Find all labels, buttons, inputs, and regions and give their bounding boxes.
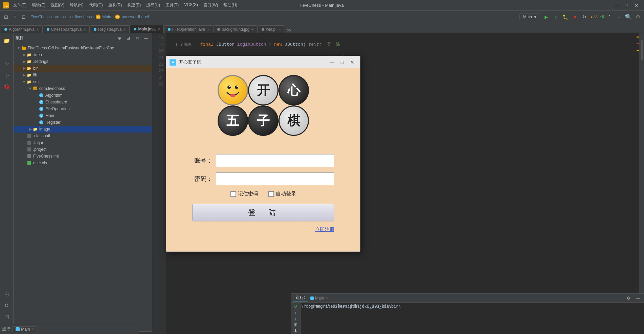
run-tab-close[interactable]: ✕ bbox=[31, 327, 34, 331]
tab-close-icon[interactable]: ✕ bbox=[83, 28, 86, 31]
breadcrumb-src[interactable]: src bbox=[54, 15, 59, 19]
tab-win[interactable]: win.p ✕ bbox=[258, 25, 285, 33]
tree-main[interactable]: C Main bbox=[14, 112, 152, 119]
popup-maximize-button[interactable]: □ bbox=[338, 59, 347, 66]
login-button[interactable]: 登 陆 bbox=[192, 204, 334, 221]
popup-close-button[interactable]: ✕ bbox=[348, 59, 357, 66]
tree-iml[interactable]: FiveChess.iml bbox=[14, 153, 152, 160]
tree-root[interactable]: ▼ FiveChess C:\Users\Eastward\Desktop\Fi… bbox=[14, 45, 152, 51]
tab-close-icon[interactable]: ✕ bbox=[279, 28, 281, 31]
breadcrumb-com[interactable]: com bbox=[63, 15, 71, 19]
scrollbar-thumb[interactable] bbox=[641, 40, 643, 60]
tree-project-file[interactable]: .project bbox=[14, 146, 152, 153]
menu-view[interactable]: 视图(V) bbox=[48, 1, 67, 9]
tab-algorithm[interactable]: Algorithm.java ✕ bbox=[1, 25, 43, 33]
warning-count[interactable]: ▲83 bbox=[590, 15, 598, 19]
breadcrumb-fivechess2[interactable]: fivechess bbox=[75, 15, 92, 19]
console-close-icon[interactable]: — bbox=[634, 294, 642, 302]
menu-window[interactable]: 窗口(W) bbox=[201, 1, 220, 9]
todo-btn[interactable]: ☑ bbox=[1, 312, 12, 323]
structure-icon[interactable]: ≡ bbox=[11, 13, 19, 21]
tree-bin[interactable]: ▶ 📂 bin bbox=[14, 65, 152, 72]
menu-build[interactable]: 构建(B) bbox=[125, 1, 143, 9]
tree-image[interactable]: ▶ 📁 image bbox=[14, 126, 152, 133]
tab-chessboard[interactable]: Chessboard.java ✕ bbox=[43, 25, 90, 33]
tab-close-icon[interactable]: ✕ bbox=[251, 28, 254, 31]
tree-com-fivechess[interactable]: ▼ com.fivechess bbox=[14, 85, 152, 92]
run-btn[interactable]: ▷ bbox=[1, 70, 12, 80]
tab-fileoperation[interactable]: FileOperation.java ✕ bbox=[164, 25, 213, 33]
tree-lib[interactable]: ▶ 📁 lib bbox=[14, 72, 152, 78]
tab-close-icon[interactable]: ✕ bbox=[36, 28, 39, 31]
project-view-icon[interactable]: ⊞ bbox=[2, 13, 10, 21]
settings-icon[interactable]: ⚙ bbox=[634, 13, 642, 21]
tab-close-icon[interactable]: ✕ bbox=[123, 28, 126, 31]
vertical-scrollbar[interactable] bbox=[639, 33, 644, 334]
tab-main[interactable]: Main.java ✕ bbox=[130, 25, 163, 33]
rerun-icon[interactable]: ↺ bbox=[292, 304, 300, 309]
tab-background[interactable]: background.jpg ✕ bbox=[214, 25, 258, 33]
run-config-dropdown[interactable]: Main ▼ bbox=[519, 14, 541, 20]
popup-minimize-button[interactable]: — bbox=[328, 59, 336, 66]
remember-checkbox[interactable] bbox=[230, 191, 236, 197]
menu-vcs[interactable]: VCS(S) bbox=[182, 1, 200, 9]
tree-idea[interactable]: ▶ 📁 .idea bbox=[14, 51, 152, 58]
tree-classpath[interactable]: .classpath bbox=[14, 133, 152, 139]
settings-gear-icon[interactable]: ⚙ bbox=[133, 34, 141, 42]
back-icon[interactable]: ← bbox=[510, 13, 518, 21]
structure-btn[interactable]: ≡ bbox=[1, 47, 12, 57]
scroll-up-icon[interactable]: ↑ bbox=[292, 310, 300, 315]
tab-close-icon[interactable]: ✕ bbox=[207, 28, 209, 31]
tree-chessboard[interactable]: C Chessboard bbox=[14, 99, 152, 105]
refresh-icon[interactable]: ↻ bbox=[580, 13, 589, 21]
menu-run[interactable]: 运行(U) bbox=[144, 1, 162, 9]
tree-fatjar[interactable]: .fatjar bbox=[14, 139, 152, 146]
popup-window[interactable]: ♟ 开心五子棋 — □ ✕ bbox=[166, 56, 360, 252]
minimize-button[interactable]: — bbox=[612, 2, 621, 9]
tree-register[interactable]: C Register bbox=[14, 119, 152, 126]
bottom-tab-run[interactable]: 运行: bbox=[293, 294, 308, 302]
menu-edit[interactable]: 编辑(E) bbox=[29, 1, 48, 9]
menu-tools[interactable]: 工具(T) bbox=[163, 1, 181, 9]
terminal-btn[interactable]: ⊡ bbox=[1, 289, 12, 300]
password-input[interactable] bbox=[216, 172, 334, 185]
tree-settings[interactable]: ▶ 📁 .settings bbox=[14, 58, 152, 65]
tree-algorithm[interactable]: C Algorithm bbox=[14, 92, 152, 99]
maximize-button[interactable]: □ bbox=[622, 2, 631, 9]
expand-icon[interactable]: ⌃ bbox=[605, 13, 614, 21]
stop-icon[interactable]: ■ bbox=[571, 13, 579, 21]
scroll-down-icon[interactable]: ↓ bbox=[292, 316, 300, 321]
tree-fileoperation[interactable]: C FileOperation bbox=[14, 105, 152, 112]
tree-xls[interactable]: user.xls bbox=[14, 160, 152, 166]
import-icon[interactable]: ⬇ bbox=[292, 328, 300, 333]
search-icon[interactable]: 🔍 bbox=[624, 13, 632, 21]
console-settings-icon[interactable]: ⚙ bbox=[624, 294, 632, 302]
bottom-tab-main[interactable]: Main ✕ bbox=[308, 294, 331, 302]
favorites-btn[interactable]: ☆ bbox=[1, 58, 12, 69]
collapse-all-icon[interactable]: ⊟ bbox=[124, 34, 132, 42]
register-link[interactable]: 立即注册 bbox=[315, 226, 334, 232]
menu-code[interactable]: 代码(C) bbox=[87, 1, 105, 9]
debug-btn[interactable]: 🐞 bbox=[1, 81, 12, 92]
hide-icon[interactable]: — bbox=[142, 34, 150, 42]
close-button[interactable]: ✕ bbox=[632, 2, 641, 9]
breadcrumb-main[interactable]: Main bbox=[102, 15, 111, 19]
run-icon[interactable]: ▷ bbox=[552, 13, 560, 21]
close-tab-icon[interactable]: ✕ bbox=[325, 296, 328, 300]
debug-icon[interactable]: 🐛 bbox=[561, 13, 570, 21]
account-input[interactable] bbox=[216, 154, 334, 167]
auto-login-checkbox[interactable] bbox=[268, 191, 274, 197]
menu-navigate[interactable]: 导航(N) bbox=[67, 1, 86, 9]
layout-icon[interactable]: ⊟ bbox=[20, 13, 28, 21]
breadcrumb-fivechess[interactable]: FiveChess bbox=[30, 15, 50, 19]
collapse-icon[interactable]: ⌄ bbox=[615, 13, 623, 21]
menu-file[interactable]: 文件(F) bbox=[11, 1, 29, 9]
tree-src[interactable]: ▼ 📁 src bbox=[14, 78, 152, 85]
git-btn[interactable]: ⑆ bbox=[1, 300, 12, 311]
menu-help[interactable]: 帮助(H) bbox=[221, 1, 240, 9]
tab-close-icon[interactable]: ✕ bbox=[157, 27, 160, 31]
menu-refactor[interactable]: 重构(R) bbox=[106, 1, 125, 9]
build-icon[interactable]: ▶ bbox=[542, 13, 551, 21]
filter-icon[interactable]: ⊞ bbox=[292, 322, 300, 327]
breadcrumb-passwordlabel[interactable]: passwordLabel bbox=[121, 15, 149, 19]
